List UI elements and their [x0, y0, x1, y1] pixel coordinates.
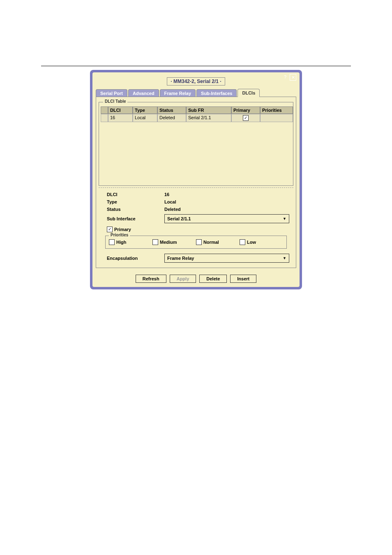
cell-type: Local [133, 114, 157, 122]
table-row[interactable]: 16 Local Deleted Serial 2/1.1 [101, 114, 291, 122]
help-icon[interactable]: ? [282, 74, 288, 80]
insert-button[interactable]: Insert [230, 275, 256, 283]
priority-high: High [109, 239, 152, 245]
detail-status-row: Status Deleted [99, 207, 293, 212]
primary-check-icon [243, 115, 249, 121]
dlci-table-label: DLCI Table [103, 99, 127, 104]
col-primary: Primary [231, 106, 260, 114]
normal-label: Normal [203, 240, 219, 245]
high-label: High [116, 240, 126, 245]
cell-dlci: 16 [108, 114, 133, 122]
subif-label: Sub Interface [99, 216, 164, 221]
tab-advanced[interactable]: Advanced [128, 89, 159, 97]
chevron-down-icon: ▼ [283, 217, 286, 221]
detail-dlci-row: DLCI 16 [99, 192, 293, 197]
col-priorities: Priorities [260, 106, 293, 114]
high-checkbox[interactable] [109, 239, 115, 245]
cell-status: Deleted [157, 114, 186, 122]
table-header-row: DLCI Type Status Sub FR Primary Prioriti… [101, 106, 291, 114]
tab-frame-relay[interactable]: Frame Relay [160, 89, 196, 97]
low-label: Low [247, 240, 256, 245]
detail-encap-row: Encapsulation Frame Relay ▼ [99, 254, 293, 263]
priority-medium: Medium [152, 239, 196, 245]
medium-checkbox[interactable] [152, 239, 158, 245]
close-icon[interactable]: ✕ [290, 74, 296, 81]
tab-dlcis[interactable]: DLCIs [238, 89, 260, 97]
dlci-value: 16 [164, 192, 247, 197]
app-window: ? ✕ · MM342-2, Serial 2/1 · Serial Port … [92, 72, 300, 287]
primary-check-row: Primary [99, 227, 293, 232]
table-empty-area [101, 122, 291, 184]
priority-normal: Normal [196, 239, 240, 245]
cell-priorities [260, 114, 293, 122]
type-value: Local [164, 199, 247, 204]
status-label: Status [99, 207, 164, 212]
detail-subif-row: Sub Interface Serial 2/1.1 ▼ [99, 214, 293, 223]
dlci-label: DLCI [99, 192, 164, 197]
button-row: Refresh Apply Delete Insert [92, 271, 300, 287]
tab-panel: DLCI Table DLCI Type Status Sub FR Prima… [96, 97, 296, 268]
encap-select[interactable]: Frame Relay ▼ [164, 254, 289, 263]
subif-select[interactable]: Serial 2/1.1 ▼ [164, 214, 289, 223]
cell-primary [231, 114, 260, 122]
normal-checkbox[interactable] [196, 239, 202, 245]
detail-type-row: Type Local [99, 199, 293, 204]
encap-value: Frame Relay [167, 256, 194, 261]
priorities-label: Priorities [109, 233, 130, 237]
type-label: Type [99, 199, 164, 204]
dlci-table-fieldset: DLCI Table DLCI Type Status Sub FR Prima… [99, 102, 293, 186]
refresh-button[interactable]: Refresh [136, 275, 166, 283]
window-title: · MM342-2, Serial 2/1 · [167, 77, 225, 86]
primary-checkbox[interactable] [107, 227, 113, 232]
status-value: Deleted [164, 207, 247, 212]
medium-label: Medium [160, 240, 177, 245]
encap-label: Encapsulation [99, 256, 164, 261]
screenshot-figure: ? ✕ · MM342-2, Serial 2/1 · Serial Port … [90, 70, 302, 289]
titlebar-icons: ? ✕ [282, 74, 296, 81]
col-status: Status [157, 106, 186, 114]
tab-serial-port[interactable]: Serial Port [96, 89, 127, 97]
col-subfr: Sub FR [186, 106, 231, 114]
separator [99, 187, 293, 188]
priorities-fieldset: Priorities High Medium Normal [105, 236, 287, 249]
chevron-down-icon: ▼ [283, 256, 286, 260]
tab-sub-interfaces[interactable]: Sub-Interfaces [196, 89, 237, 97]
subif-value: Serial 2/1.1 [167, 216, 191, 221]
cell-subfr: Serial 2/1.1 [186, 114, 231, 122]
col-type: Type [133, 106, 157, 114]
low-checkbox[interactable] [240, 239, 245, 245]
page-rule [41, 66, 351, 66]
primary-label: Primary [114, 227, 131, 232]
apply-button[interactable]: Apply [170, 275, 196, 283]
delete-button[interactable]: Delete [199, 275, 227, 283]
col-dlci: DLCI [108, 106, 133, 114]
priority-low: Low [240, 239, 283, 245]
